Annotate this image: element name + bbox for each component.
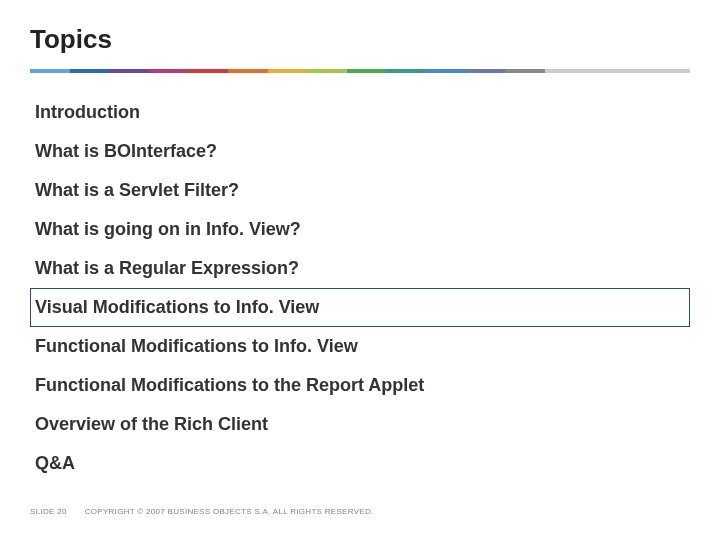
topic-item: Introduction [30, 93, 690, 132]
topic-item: Q&A [30, 444, 690, 483]
topics-list: Introduction What is BOInterface? What i… [30, 93, 690, 483]
topic-item: Functional Modifications to the Report A… [30, 366, 690, 405]
footer: SLIDE 20 COPYRIGHT © 2007 BUSINESS OBJEC… [30, 507, 374, 516]
topic-item: What is going on in Info. View? [30, 210, 690, 249]
copyright-text: COPYRIGHT © 2007 BUSINESS OBJECTS S.A. A… [85, 507, 374, 516]
topic-item: Functional Modifications to Info. View [30, 327, 690, 366]
topic-item-current: Visual Modifications to Info. View [30, 288, 690, 327]
divider-rainbow [30, 69, 690, 73]
topic-item: What is a Regular Expression? [30, 249, 690, 288]
topic-item: What is a Servlet Filter? [30, 171, 690, 210]
topic-item: Overview of the Rich Client [30, 405, 690, 444]
page-title: Topics [30, 24, 690, 55]
topic-item: What is BOInterface? [30, 132, 690, 171]
slide-number: SLIDE 20 [30, 507, 67, 516]
slide: Topics Introduction What is BOInterface?… [0, 0, 720, 540]
